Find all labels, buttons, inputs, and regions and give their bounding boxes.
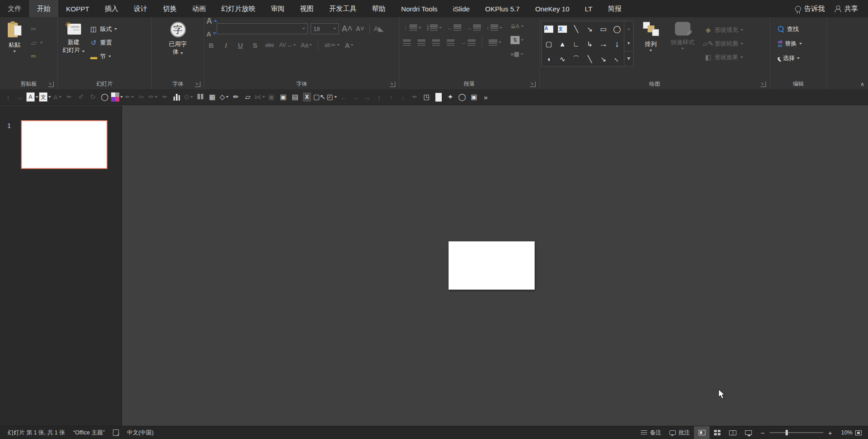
tab-help[interactable]: 帮助	[364, 0, 393, 17]
find-button[interactable]: 查找	[776, 24, 801, 35]
move-left-icon[interactable]: ←	[338, 91, 349, 103]
tab-okplus[interactable]: OKPlus 5.7	[477, 0, 527, 17]
shapes-scroll-up-button[interactable]: ▲	[624, 21, 633, 36]
format-brush-icon[interactable]: ✏	[230, 91, 241, 103]
send-backward-icon[interactable]: ↓	[398, 91, 408, 103]
cut-button[interactable]: ✂	[27, 24, 45, 35]
color-picker-icon[interactable]: ✑	[136, 91, 147, 103]
eyedropper-icon[interactable]: ✒	[64, 91, 75, 103]
used-fonts-caret[interactable]	[180, 52, 183, 54]
text-highlight-button[interactable]: ab✏	[324, 40, 339, 51]
tab-animations[interactable]: 动画	[184, 0, 214, 17]
shape-oval[interactable]: ◯	[610, 21, 624, 36]
vertical-text-box-icon[interactable]: 文	[39, 91, 51, 103]
crop-frame-icon[interactable]: ◰	[327, 91, 337, 103]
share-button[interactable]: 共享	[831, 0, 862, 17]
grow-font-button[interactable]: A	[206, 16, 212, 26]
shapes-more-button[interactable]: ▼	[624, 51, 633, 66]
columns-button[interactable]	[487, 38, 503, 47]
shrink-font-button[interactable]: A	[206, 30, 212, 38]
zoom-in-button[interactable]: +	[827, 429, 833, 437]
memo-note-icon[interactable]: ▤	[290, 91, 301, 103]
tab-insert[interactable]: 插入	[97, 0, 126, 17]
shape-rectangle[interactable]: ▭	[597, 21, 610, 36]
tab-jianbao[interactable]: 简报	[600, 0, 629, 17]
shape-right-arrow[interactable]: →	[597, 36, 610, 51]
strikethrough-button[interactable]: abc	[265, 40, 275, 51]
format-painter-button[interactable]: ✏	[27, 51, 45, 62]
bring-forward-icon[interactable]: ↑	[386, 91, 397, 103]
shape-scribble[interactable]: ∿	[556, 51, 569, 66]
tab-transitions[interactable]: 切换	[155, 0, 184, 17]
magic-lamp-icon[interactable]: ✦	[445, 91, 456, 103]
tab-lt[interactable]: LT	[577, 0, 600, 17]
reading-view-button[interactable]	[725, 426, 740, 439]
shape-elbow-connector[interactable]: ∟	[569, 36, 583, 51]
overlap-squares-2-icon[interactable]: ▣	[278, 91, 289, 103]
select-caret[interactable]	[797, 57, 800, 59]
bold-button[interactable]: B	[206, 40, 216, 51]
align-text-button[interactable]: ⇅	[509, 34, 526, 46]
slide-thumbnail[interactable]	[21, 120, 107, 169]
select-objects-icon[interactable]: ▢↖	[313, 91, 326, 103]
slide-thumbnail-panel[interactable]: 1	[0, 106, 122, 426]
font-color-icon[interactable]: A	[52, 91, 63, 103]
new-slide-caret[interactable]	[82, 51, 85, 52]
align-distribute-vertical-icon[interactable]: ↕	[3, 91, 14, 103]
format-pin-icon[interactable]: ✐	[76, 91, 87, 103]
shape-rounded-rectangle[interactable]: ▢	[542, 36, 556, 51]
decrease-indent-button[interactable]: ←	[445, 23, 463, 32]
slide-sorter-view-button[interactable]	[710, 426, 725, 439]
shape-freeform[interactable]: ◖	[542, 51, 556, 66]
tab-nordri-tools[interactable]: Nordri Tools	[393, 0, 445, 17]
character-spacing-button[interactable]: AV↔	[279, 40, 296, 51]
shape-isosceles-triangle[interactable]: ▲	[556, 36, 569, 51]
edit-shape-icon[interactable]: ✏	[148, 91, 158, 103]
normal-view-button[interactable]	[694, 426, 710, 439]
spell-check-button[interactable]	[109, 426, 123, 439]
replace-button[interactable]: abac替换	[776, 38, 804, 49]
bullets-button[interactable]: ⋮	[401, 23, 423, 32]
insert-chart-icon[interactable]	[171, 91, 182, 103]
tab-file[interactable]: 文件	[0, 0, 29, 17]
tab-home[interactable]: 开始	[29, 0, 58, 17]
combine-shape-icon[interactable]: ◇	[219, 91, 230, 103]
shape-effects-button[interactable]: ◧形状效果	[702, 52, 745, 63]
layout-caret[interactable]	[114, 28, 117, 30]
tab-slideshow[interactable]: 幻灯片放映	[214, 0, 263, 17]
move-right-icon[interactable]: →	[350, 91, 361, 103]
layout-button[interactable]: ◫版式	[87, 24, 119, 35]
text-shadow-button[interactable]: S	[250, 40, 260, 51]
line-spacing-button[interactable]: ↕	[485, 23, 504, 32]
quick-styles-caret[interactable]	[681, 48, 684, 50]
reset-button[interactable]: ↺重置	[87, 37, 119, 48]
shape-down-arrow[interactable]: ↓	[610, 36, 624, 51]
font-name-combobox[interactable]	[217, 23, 308, 34]
fit-slide-to-window-button[interactable]	[855, 430, 862, 435]
slideshow-view-button[interactable]	[740, 426, 756, 439]
comments-button[interactable]: 批注	[665, 426, 694, 439]
clipboard-dialog-launcher[interactable]	[48, 82, 54, 87]
tab-view[interactable]: 视图	[292, 0, 322, 17]
outline-picker-icon[interactable]: ✒	[159, 91, 170, 103]
paste-button[interactable]: 粘贴	[2, 20, 27, 76]
theme-color-swatch-icon[interactable]	[111, 91, 123, 103]
underline-button[interactable]: U	[235, 40, 245, 51]
shape-line[interactable]: ╲	[569, 21, 583, 36]
shape-outline-button[interactable]: ▱✎形状轮廓	[702, 38, 745, 49]
select-button[interactable]: 选择	[776, 53, 802, 64]
shape-text-box[interactable]: A	[542, 21, 556, 36]
clear-formatting-button[interactable]: A◣	[374, 23, 384, 34]
change-case-button[interactable]: Aa	[301, 40, 312, 51]
paragraph-dialog-launcher[interactable]	[530, 82, 536, 87]
justify-button[interactable]	[445, 38, 456, 47]
font-color-button[interactable]: A	[344, 40, 354, 51]
horizontal-text-box-icon[interactable]: A	[26, 91, 38, 103]
delete-text-icon[interactable]: X	[301, 91, 312, 103]
language-button[interactable]: 中文(中国)	[123, 426, 158, 439]
quick-styles-button[interactable]: 快速样式	[668, 20, 697, 70]
used-fonts-dialog-launcher[interactable]	[195, 82, 200, 87]
collapse-ribbon-button[interactable]: ∧	[860, 81, 864, 87]
oval-shape-2-icon[interactable]: ◯	[457, 91, 468, 103]
overlap-squares-icon[interactable]: ▣	[266, 91, 277, 103]
